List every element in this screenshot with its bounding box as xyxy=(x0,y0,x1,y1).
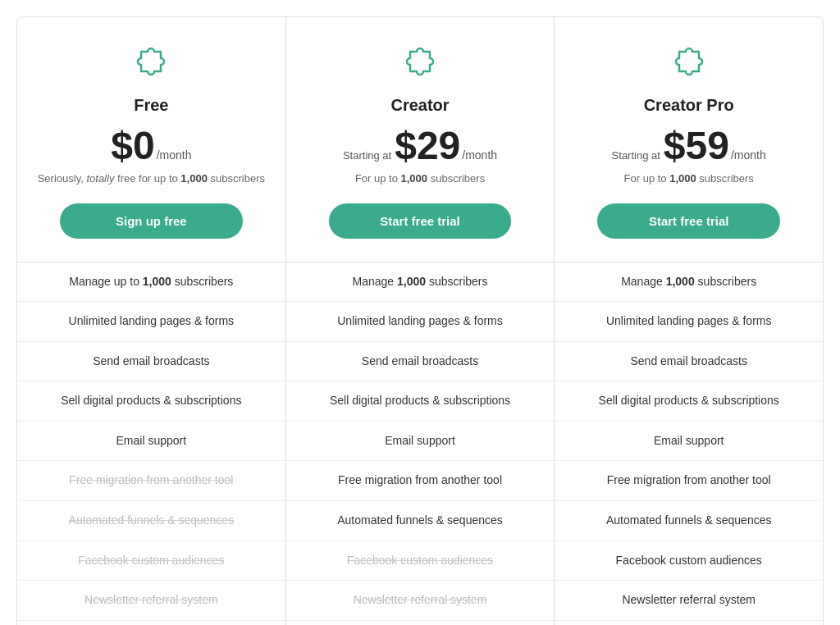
feature-item-creator-pro-5: Free migration from another tool xyxy=(555,461,823,501)
cta-button-creator[interactable]: Start free trial xyxy=(329,203,512,239)
price-per-month-free: /month xyxy=(157,148,192,162)
plan-header-creator-pro: Creator Pro Starting at $59 /month For u… xyxy=(555,17,823,262)
feature-item-creator-pro-3: Sell digital products & subscriptions xyxy=(555,381,823,422)
starting-at-creator: Starting at xyxy=(343,149,391,162)
plan-header-creator: Creator Starting at $29 /month For up to… xyxy=(286,17,555,262)
price-dollar-creator-pro: $59 xyxy=(664,126,729,166)
feature-item-creator-pro-1: Unlimited landing pages & forms xyxy=(555,302,823,342)
feature-item-free-4: Email support xyxy=(17,422,285,462)
plan-price-wrapper-creator: Starting at $29 /month xyxy=(306,126,535,166)
feature-item-free-1: Unlimited landing pages & forms xyxy=(17,302,285,342)
plan-subtitle-creator: For up to 1,000 subscribers xyxy=(306,171,535,187)
plan-name-creator: Creator xyxy=(306,96,535,115)
feature-item-creator-4: Email support xyxy=(286,422,555,462)
feature-item-free-9: Subscriber scoring xyxy=(17,621,285,625)
feature-item-creator-pro-0: Manage 1,000 subscribers xyxy=(555,262,823,303)
feature-item-free-2: Send email broadcasts xyxy=(17,342,285,382)
puzzle-icon-free xyxy=(37,40,266,86)
starting-at-creator-pro: Starting at xyxy=(612,149,660,162)
feature-item-creator-6: Automated funnels & sequences xyxy=(286,501,555,541)
price-per-month-creator-pro: /month xyxy=(731,148,766,162)
feature-item-creator-5: Free migration from another tool xyxy=(286,461,555,501)
price-dollar-creator: $29 xyxy=(395,126,460,166)
feature-item-creator-pro-7: Facebook custom audiences xyxy=(555,541,823,582)
price-dollar-free: $0 xyxy=(111,126,154,166)
cta-button-creator-pro[interactable]: Start free trial xyxy=(597,203,780,239)
feature-item-creator-2: Send email broadcasts xyxy=(286,342,555,382)
plan-cta-wrapper-creator-pro: Start free trial xyxy=(574,203,803,239)
feature-item-free-8: Newsletter referral system xyxy=(17,581,285,621)
feature-item-creator-8: Newsletter referral system xyxy=(286,581,555,621)
plan-col-free: Free $0 /month Seriously, totally free f… xyxy=(17,17,286,625)
plan-subtitle-free: Seriously, totally free for up to 1,000 … xyxy=(37,171,266,187)
price-per-month-creator: /month xyxy=(462,148,497,162)
cta-button-free[interactable]: Sign up free xyxy=(60,203,243,239)
feature-item-free-5: Free migration from another tool xyxy=(17,461,285,501)
plan-name-free: Free xyxy=(37,96,266,115)
feature-item-creator-pro-2: Send email broadcasts xyxy=(555,342,823,382)
feature-item-free-3: Sell digital products & subscriptions xyxy=(17,381,285,422)
plan-col-creator: Creator Starting at $29 /month For up to… xyxy=(286,17,555,625)
plan-name-creator-pro: Creator Pro xyxy=(574,96,803,115)
feature-item-free-6: Automated funnels & sequences xyxy=(17,501,285,541)
plan-features-free: Manage up to 1,000 subscribersUnlimited … xyxy=(17,262,285,626)
plan-subtitle-creator-pro: For up to 1,000 subscribers xyxy=(574,171,803,187)
pricing-table: Free $0 /month Seriously, totally free f… xyxy=(16,16,824,625)
feature-item-creator-1: Unlimited landing pages & forms xyxy=(286,302,555,342)
puzzle-icon-creator xyxy=(306,40,535,86)
plan-features-creator-pro: Manage 1,000 subscribersUnlimited landin… xyxy=(555,262,823,626)
puzzle-icon-creator-pro xyxy=(574,40,803,86)
feature-item-free-7: Facebook custom audiences xyxy=(17,541,285,582)
plan-cta-wrapper-creator: Start free trial xyxy=(306,203,535,239)
feature-item-creator-3: Sell digital products & subscriptions xyxy=(286,381,555,422)
feature-item-free-0: Manage up to 1,000 subscribers xyxy=(17,262,285,303)
plan-price-wrapper-free: $0 /month xyxy=(37,126,266,166)
plan-features-creator: Manage 1,000 subscribersUnlimited landin… xyxy=(286,262,555,626)
plan-price-wrapper-creator-pro: Starting at $59 /month xyxy=(574,126,803,166)
plan-cta-wrapper-free: Sign up free xyxy=(37,203,266,239)
plan-header-free: Free $0 /month Seriously, totally free f… xyxy=(17,17,285,262)
feature-item-creator-pro-6: Automated funnels & sequences xyxy=(555,501,823,541)
plan-col-creator-pro: Creator Pro Starting at $59 /month For u… xyxy=(555,17,823,625)
feature-item-creator-pro-4: Email support xyxy=(555,422,823,462)
feature-item-creator-pro-8: Newsletter referral system xyxy=(555,581,823,621)
feature-item-creator-9: Subscriber scoring xyxy=(286,621,555,625)
feature-item-creator-0: Manage 1,000 subscribers xyxy=(286,262,555,303)
feature-item-creator-pro-9: Subscriber scoring xyxy=(555,621,823,625)
feature-item-creator-7: Facebook custom audiences xyxy=(286,541,555,582)
